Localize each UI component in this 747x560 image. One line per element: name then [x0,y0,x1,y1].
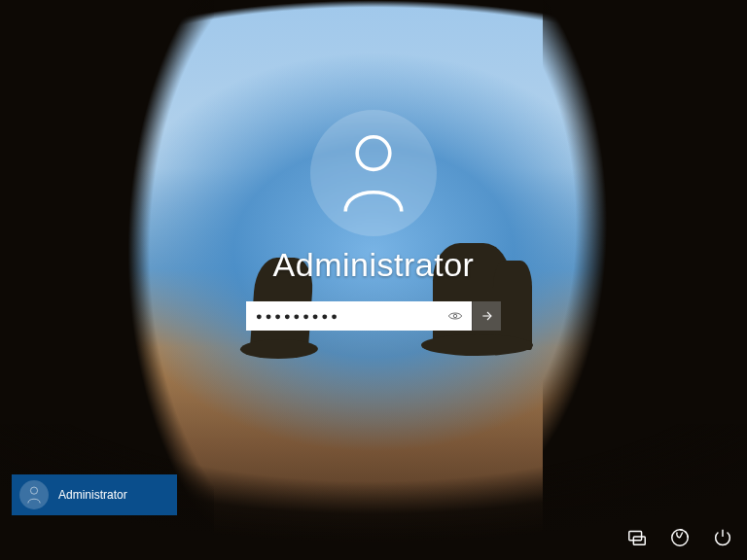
login-panel: Administrator [246,110,501,331]
password-row [246,301,501,331]
user-tile-label: Administrator [58,488,127,502]
svg-point-1 [453,314,456,317]
user-avatar [310,110,437,236]
person-icon [26,486,42,504]
lock-screen: Administrator [0,0,747,560]
user-tile-administrator[interactable]: Administrator [12,474,177,515]
password-field-container [246,301,472,331]
arrow-right-icon [480,308,495,324]
power-icon [712,527,733,548]
svg-rect-3 [629,532,642,541]
svg-point-0 [357,137,390,170]
submit-button[interactable] [472,301,501,331]
ease-of-access-button[interactable] [669,527,691,548]
person-icon [338,132,409,214]
network-button[interactable] [626,527,648,548]
svg-point-2 [30,487,37,494]
user-tile-avatar [19,480,49,509]
network-icon [626,527,648,548]
system-buttons [626,527,733,548]
eye-icon [447,308,463,324]
password-input[interactable] [256,310,445,322]
username-label: Administrator [273,246,475,284]
ease-of-access-icon [669,527,691,548]
power-button[interactable] [712,527,733,548]
reveal-password-button[interactable] [445,301,466,331]
